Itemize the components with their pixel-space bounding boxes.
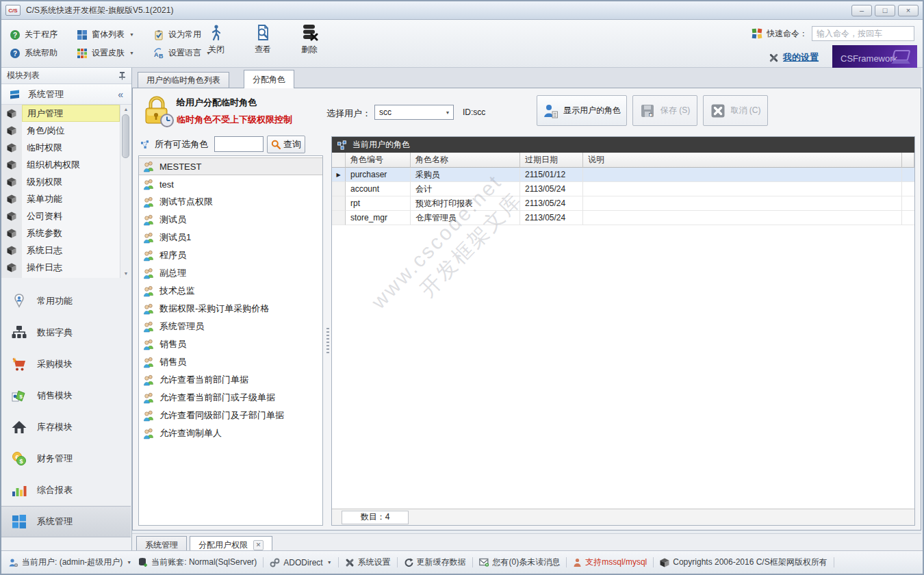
panel-splitter[interactable]	[325, 136, 331, 526]
status-current-user[interactable]: 当前用户: (admin-超级用户) ▼	[8, 557, 131, 568]
sidebar-item-roles[interactable]: 角色/岗位	[1, 122, 120, 139]
sidebar-item-users[interactable]: 用户管理	[1, 105, 120, 122]
list-item[interactable]: 系统管理员	[139, 318, 322, 335]
list-item[interactable]: 销售员	[139, 353, 322, 371]
column-header[interactable]: 过期日期	[520, 153, 583, 168]
module-buttons: 常用功能 数据字典	[1, 285, 131, 537]
list-item[interactable]: 允许查询制单人	[139, 424, 322, 442]
pin-icon[interactable]	[118, 72, 126, 80]
sidebar-item-company-info[interactable]: 公司资料	[1, 207, 120, 225]
window-list-button[interactable]: 窗体列表 ▼	[77, 25, 134, 44]
app-logo-icon: C/S	[5, 5, 21, 16]
collapse-icon[interactable]: «	[118, 89, 123, 100]
sidebar-item-org-permission[interactable]: 组织机构权限	[1, 156, 120, 173]
column-header[interactable]: 角色编号	[346, 153, 411, 168]
scroll-down-icon[interactable]: ▼	[124, 271, 129, 276]
tab-temp-role-list[interactable]: 用户的临时角色列表	[138, 72, 229, 88]
sidebar-item-menu-function[interactable]: 菜单功能	[1, 190, 120, 207]
close-form-button[interactable]: 关闭	[198, 24, 234, 55]
module-common-functions[interactable]: 常用功能	[1, 285, 131, 317]
status-db-support[interactable]: 支持mssql/mysql	[573, 557, 647, 568]
sidebar-item-system-log[interactable]: 系统日志	[1, 242, 120, 259]
chevron-down-icon: ▼	[129, 51, 134, 55]
bar-chart-icon	[11, 482, 27, 498]
set-skin-button[interactable]: 设置皮肤 ▼	[77, 44, 134, 62]
people-icon	[143, 428, 154, 439]
column-header[interactable]: 说明	[583, 153, 902, 168]
save-button[interactable]: ✱ 保存 (S)	[632, 95, 697, 126]
status-ado-direct[interactable]: ADODirect ▼	[270, 558, 331, 567]
divider	[338, 557, 339, 567]
table-row[interactable]: rpt 预览和打印报表 2113/05/24	[332, 196, 914, 211]
list-item[interactable]: MESTEST	[139, 157, 322, 175]
house-icon	[11, 419, 27, 435]
search-button[interactable]: 查询	[267, 136, 305, 153]
list-item[interactable]: 允许查看当前部门单据	[139, 371, 322, 389]
minimize-button[interactable]: –	[851, 5, 872, 16]
people-icon	[143, 374, 154, 386]
list-item[interactable]: 测试员1	[139, 229, 322, 246]
list-item[interactable]: 程序员	[139, 246, 322, 264]
maximize-button[interactable]: □	[875, 5, 895, 16]
select-user-label: 选择用户：	[326, 107, 371, 120]
sidebar-item-system-params[interactable]: 系统参数	[1, 225, 120, 242]
flag-icon	[10, 90, 20, 99]
status-account-set[interactable]: 当前账套: Normal(SqlServer)	[138, 557, 257, 568]
available-roles-label: 所有可选角色	[155, 138, 208, 151]
database-delete-icon	[300, 24, 318, 42]
column-header[interactable]: 角色名称	[411, 153, 520, 168]
cancel-button[interactable]: 取消 (C)	[703, 95, 768, 126]
status-messages[interactable]: 您有(0)条未读消息	[479, 557, 561, 568]
close-button[interactable]: ×	[898, 5, 919, 16]
cube-icon	[660, 558, 669, 567]
windows-icon	[11, 513, 27, 530]
module-data-dictionary[interactable]: 数据字典	[1, 317, 131, 348]
quick-command-input[interactable]	[812, 26, 914, 41]
module-sales[interactable]: $ 销售模块	[1, 380, 131, 411]
about-program-button[interactable]: ? 关于程序	[10, 25, 57, 44]
grid-footer: 数目：4	[332, 509, 914, 525]
people-icon	[143, 232, 154, 244]
show-user-roles-button[interactable]: 显示用户的角色	[537, 95, 627, 126]
status-system-settings[interactable]: 系统设置	[345, 557, 391, 568]
list-item[interactable]: test	[139, 175, 322, 193]
module-finance[interactable]: € $ 财务管理	[1, 443, 131, 474]
list-item[interactable]: 测试节点权限	[139, 193, 322, 211]
list-item[interactable]: 副总理	[139, 264, 322, 282]
list-item[interactable]: 销售员	[139, 335, 322, 353]
view-button[interactable]: 查看	[245, 24, 281, 55]
module-sidebar: 模块列表 系统管理 « 用户管理 角色/岗位	[1, 68, 132, 550]
mail-icon	[479, 558, 489, 567]
people-icon	[143, 339, 154, 350]
table-row[interactable]: store_mgr 仓库管理员 2113/05/24	[332, 211, 914, 225]
list-item[interactable]: 测试员	[139, 211, 322, 229]
table-row[interactable]: ▶ purchaser 采购员 2115/01/12	[332, 168, 914, 182]
system-help-button[interactable]: ? 系统帮助	[10, 44, 57, 62]
module-purchase[interactable]: 采购模块	[1, 348, 131, 380]
status-refresh-cache[interactable]: 更新缓存数据	[404, 557, 466, 568]
sidebar-scrollbar[interactable]: ▲ ▼	[120, 105, 131, 278]
sidebar-item-temp-permission[interactable]: 临时权限	[1, 139, 120, 156]
list-item[interactable]: 技术总监	[139, 282, 322, 300]
tab-close-icon[interactable]: ✕	[253, 540, 264, 550]
list-item[interactable]: 允许查看当前部门或子级单据	[139, 389, 322, 407]
price-tag-icon: $	[11, 387, 27, 404]
sidebar-group-header[interactable]: 系统管理 «	[1, 84, 131, 105]
sidebar-item-level-permission[interactable]: 级别权限	[1, 173, 120, 190]
list-item[interactable]: 数据权限-采购订单采购价格	[139, 300, 322, 318]
module-system-management[interactable]: 系统管理	[1, 506, 131, 537]
delete-button[interactable]: 删除	[292, 24, 327, 55]
table-row[interactable]: account 会计 2113/05/24	[332, 182, 914, 196]
divider	[263, 557, 264, 567]
module-inventory[interactable]: 库存模块	[1, 411, 131, 443]
sidebar-item-operation-log[interactable]: 操作日志	[1, 259, 120, 276]
module-reports[interactable]: 综合报表	[1, 474, 131, 506]
scroll-thumb[interactable]	[122, 114, 129, 158]
my-settings-link[interactable]: 我的设置	[769, 51, 819, 64]
window-list-icon	[77, 29, 88, 40]
role-search-input[interactable]	[214, 136, 264, 152]
list-item[interactable]: 允许查看同级部门及子部门单据	[139, 407, 322, 424]
tab-assign-role[interactable]: 分配角色	[244, 70, 294, 88]
scroll-up-icon[interactable]: ▲	[124, 107, 129, 112]
user-select[interactable]: scc ▼	[374, 105, 454, 120]
